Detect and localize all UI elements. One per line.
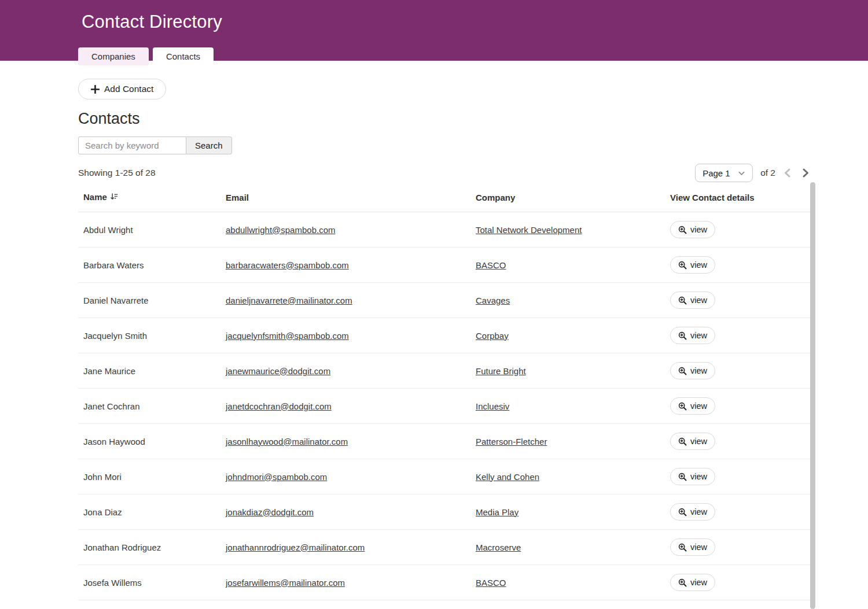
view-button[interactable]: view xyxy=(670,397,715,415)
view-button[interactable]: view xyxy=(670,468,715,485)
tab-contacts-label: Contacts xyxy=(166,51,200,61)
contact-name: John Mori xyxy=(83,472,122,482)
tab-companies[interactable]: Companies xyxy=(78,47,149,65)
contact-company-link[interactable]: BASCO xyxy=(476,578,506,588)
add-contact-label: Add Contact xyxy=(104,84,153,94)
contacts-table-body: Abdul Wright abdullwright@spambob.com To… xyxy=(78,212,810,600)
column-header-name[interactable]: Name xyxy=(78,192,226,212)
contact-name: Jane Maurice xyxy=(83,366,135,376)
contact-email-link[interactable]: jacquelynfsmith@spambob.com xyxy=(226,331,349,341)
column-header-view: View Contact details xyxy=(670,192,810,212)
column-header-email: Email xyxy=(226,192,476,212)
view-button[interactable]: view xyxy=(670,327,715,344)
view-button[interactable]: view xyxy=(670,433,715,450)
contact-email-link[interactable]: janetdcochran@dodgit.com xyxy=(226,401,332,411)
contact-company-link[interactable]: BASCO xyxy=(476,260,506,270)
contacts-table: Name Email Company View Contact details … xyxy=(78,192,810,600)
table-row: Josefa Willems josefarwillems@mailinator… xyxy=(78,565,810,600)
vertical-scrollbar-thumb[interactable] xyxy=(810,182,815,609)
contact-company-link[interactable]: Corpbay xyxy=(476,331,509,341)
view-button-label: view xyxy=(690,507,707,516)
view-button-label: view xyxy=(690,366,707,375)
magnifier-plus-icon xyxy=(678,437,687,446)
contact-company-link[interactable]: Incluesiv xyxy=(476,401,509,411)
table-row: Abdul Wright abdullwright@spambob.com To… xyxy=(78,212,810,248)
contact-company-link[interactable]: Future Bright xyxy=(476,366,526,376)
contact-company-link[interactable]: Media Play xyxy=(476,507,518,517)
contact-company-link[interactable]: Cavages xyxy=(476,296,510,305)
table-row: Jacquelyn Smith jacquelynfsmith@spambob.… xyxy=(78,318,810,353)
contact-email-link[interactable]: johndmori@spambob.com xyxy=(226,472,327,482)
tab-bar: Companies Contacts xyxy=(78,47,214,65)
view-button-label: view xyxy=(690,260,707,270)
previous-page-button[interactable] xyxy=(782,167,793,179)
contact-email-link[interactable]: jasonlhaywood@mailinator.com xyxy=(226,437,348,446)
contact-email-link[interactable]: jonakdiaz@dodgit.com xyxy=(226,507,314,517)
section-heading: Contacts xyxy=(78,110,868,128)
view-button[interactable]: view xyxy=(670,291,715,309)
view-button[interactable]: view xyxy=(670,362,715,379)
search-input[interactable] xyxy=(78,136,186,154)
magnifier-plus-icon xyxy=(678,402,687,411)
table-row: Janet Cochran janetdcochran@dodgit.com I… xyxy=(78,389,810,424)
search-bar: Search xyxy=(78,136,868,154)
contact-company-link[interactable]: Macroserve xyxy=(476,542,521,552)
tab-contacts[interactable]: Contacts xyxy=(153,47,214,65)
contact-name: Josefa Willems xyxy=(83,578,142,588)
results-count: Showing 1-25 of 28 xyxy=(78,168,156,178)
contact-name: Jona Diaz xyxy=(83,507,122,517)
table-row: John Mori johndmori@spambob.com Kelly an… xyxy=(78,459,810,494)
view-button-label: view xyxy=(690,401,707,411)
main-content: Add Contact Contacts Search Showing 1-25… xyxy=(0,61,868,600)
view-button[interactable]: view xyxy=(670,221,715,238)
add-contact-button[interactable]: Add Contact xyxy=(78,79,166,99)
chevron-down-icon xyxy=(738,169,745,177)
contact-email-link[interactable]: jonathannrodriguez@mailinator.com xyxy=(226,542,365,552)
search-button[interactable]: Search xyxy=(186,136,232,154)
view-button-label: view xyxy=(690,578,707,587)
contact-name: Jacquelyn Smith xyxy=(83,331,147,341)
view-button-label: view xyxy=(690,437,707,446)
view-button[interactable]: view xyxy=(670,538,715,556)
chevron-left-icon xyxy=(783,168,792,178)
view-button-label: view xyxy=(690,542,707,552)
contact-email-link[interactable]: janewmaurice@dodgit.com xyxy=(226,366,330,376)
plus-icon xyxy=(91,85,100,94)
magnifier-plus-icon xyxy=(678,473,687,481)
view-button-label: view xyxy=(690,331,707,340)
chevron-right-icon xyxy=(801,168,810,178)
view-button[interactable]: view xyxy=(670,503,715,521)
contact-name: Abdul Wright xyxy=(83,225,133,235)
magnifier-plus-icon xyxy=(678,261,687,270)
contact-name: Janet Cochran xyxy=(83,401,140,411)
contact-name: Jonathan Rodriguez xyxy=(83,542,161,552)
contact-email-link[interactable]: danieljnavarrete@mailinator.com xyxy=(226,296,352,305)
contact-email-link[interactable]: barbaracwaters@spambob.com xyxy=(226,260,349,270)
view-button[interactable]: view xyxy=(670,256,715,274)
contact-email-link[interactable]: abdullwright@spambob.com xyxy=(226,225,336,235)
magnifier-plus-icon xyxy=(678,367,687,375)
view-button-label: view xyxy=(690,296,707,305)
table-row: Jane Maurice janewmaurice@dodgit.com Fut… xyxy=(78,353,810,389)
contact-name: Daniel Navarrete xyxy=(83,296,149,305)
view-button-label: view xyxy=(690,472,707,481)
page-select[interactable]: Page 1 xyxy=(695,164,753,182)
table-header-row: Name Email Company View Contact details xyxy=(78,192,810,212)
contact-company-link[interactable]: Kelly and Cohen xyxy=(476,472,539,482)
contact-name: Barbara Waters xyxy=(83,260,144,270)
contact-email-link[interactable]: josefarwillems@mailinator.com xyxy=(226,578,345,588)
table-row: Barbara Waters barbaracwaters@spambob.co… xyxy=(78,248,810,283)
tab-companies-label: Companies xyxy=(91,51,135,61)
contact-company-link[interactable]: Patterson-Fletcher xyxy=(476,437,547,446)
next-page-button[interactable] xyxy=(800,167,811,179)
pagination: Page 1 of 2 xyxy=(695,164,811,182)
page-count-label: of 2 xyxy=(760,168,775,178)
magnifier-plus-icon xyxy=(678,578,687,587)
view-button[interactable]: view xyxy=(670,574,715,591)
table-row: Jonathan Rodriguez jonathannrodriguez@ma… xyxy=(78,530,810,565)
column-header-name-label: Name xyxy=(83,192,107,202)
results-meta-row: Showing 1-25 of 28 Page 1 of 2 xyxy=(78,164,811,182)
contact-company-link[interactable]: Total Network Development xyxy=(476,225,582,235)
magnifier-plus-icon xyxy=(678,543,687,552)
magnifier-plus-icon xyxy=(678,296,687,305)
